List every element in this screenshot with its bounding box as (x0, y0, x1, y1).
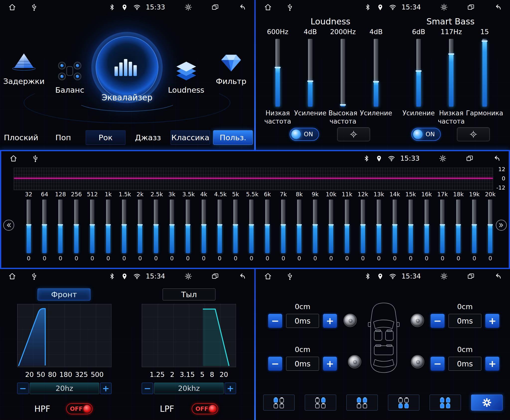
slider-track[interactable] (341, 39, 345, 107)
eq-preset[interactable]: Рок (86, 130, 125, 145)
eq-preset[interactable]: Поп (44, 130, 83, 145)
band-slider[interactable] (42, 200, 47, 253)
band-slider[interactable] (186, 200, 190, 253)
band-slider[interactable] (154, 200, 158, 253)
back-icon[interactable] (494, 3, 502, 11)
band-slider[interactable] (233, 200, 238, 253)
slider-track[interactable] (449, 39, 453, 107)
prev-page-button[interactable] (3, 220, 14, 231)
listening-position-rear[interactable] (388, 395, 419, 411)
band-slider[interactable] (329, 200, 333, 253)
menu-item-equalizer[interactable]: Эквалайзер (88, 32, 166, 112)
menu-item-filter[interactable]: Фильтр (209, 50, 254, 86)
lpf-decrease-button[interactable]: − (142, 383, 153, 394)
band-slider[interactable] (249, 200, 254, 253)
home-icon[interactable] (264, 273, 272, 280)
delay-increase-button[interactable]: + (323, 357, 337, 371)
brightness-icon[interactable] (440, 273, 448, 280)
band-slider[interactable] (170, 200, 174, 253)
back-icon[interactable] (238, 273, 246, 280)
recent-apps-icon[interactable] (466, 155, 473, 162)
menu-item-loudness[interactable]: Loudness (162, 59, 210, 94)
loudness-reset-button[interactable] (337, 127, 370, 141)
band-slider[interactable] (488, 200, 492, 253)
band-slider[interactable] (281, 200, 285, 253)
menu-item-balance[interactable]: Баланс (46, 59, 93, 94)
slider-track[interactable] (275, 39, 280, 107)
recent-apps-icon[interactable] (467, 3, 475, 11)
band-slider[interactable] (361, 200, 365, 253)
band-slider[interactable] (440, 200, 445, 253)
slider-track[interactable] (416, 39, 421, 107)
listening-position-all[interactable] (430, 395, 461, 411)
listening-position-front[interactable] (346, 395, 378, 411)
band-slider[interactable] (58, 200, 63, 253)
home-icon[interactable] (8, 3, 16, 11)
band-slider[interactable] (138, 200, 142, 253)
band-slider[interactable] (218, 200, 222, 253)
band-slider[interactable] (393, 200, 397, 253)
smartbass-reset-button[interactable] (457, 127, 490, 141)
smartbass-toggle[interactable]: ON (411, 128, 441, 141)
brightness-icon[interactable] (185, 273, 192, 280)
band-gain: 0 (214, 255, 225, 262)
band-slider[interactable] (409, 200, 413, 253)
recent-apps-icon[interactable] (467, 273, 475, 280)
delay-settings-button[interactable] (471, 395, 503, 411)
recent-apps-icon[interactable] (211, 3, 219, 11)
band-slider[interactable] (106, 200, 110, 253)
band-slider[interactable] (297, 200, 301, 253)
slider-track[interactable] (308, 39, 313, 107)
channel-tab-rear[interactable]: Тыл (163, 288, 215, 300)
hpf-toggle[interactable]: OFF (66, 403, 93, 414)
delay-increase-button[interactable]: + (485, 357, 499, 371)
listening-position-driver[interactable] (263, 395, 295, 411)
slider-track[interactable] (374, 39, 378, 107)
delay-increase-button[interactable]: + (485, 314, 499, 328)
hpf-frequency-bar[interactable]: 20hz (30, 383, 99, 394)
eq-preset[interactable]: Классика (171, 130, 210, 145)
band-slider[interactable] (377, 200, 381, 253)
listening-position-passenger[interactable] (305, 395, 336, 411)
back-icon[interactable] (238, 3, 246, 11)
delay-increase-button[interactable]: + (323, 314, 337, 328)
band-slider[interactable] (345, 200, 349, 253)
home-icon[interactable] (10, 155, 17, 162)
lpf-frequency-bar[interactable]: 20khz (154, 383, 224, 394)
next-page-button[interactable] (496, 220, 507, 231)
hpf-decrease-button[interactable]: − (17, 383, 29, 394)
band-slider[interactable] (90, 200, 94, 253)
eq-preset[interactable]: Джазз (128, 130, 168, 145)
recent-apps-icon[interactable] (211, 273, 219, 280)
menu-item-delays[interactable]: Задержки (1, 50, 46, 86)
band-slider[interactable] (27, 200, 31, 253)
eq-preset[interactable]: Плоский (1, 130, 41, 145)
band-slider[interactable] (202, 200, 206, 253)
home-icon[interactable] (8, 273, 16, 280)
delay-decrease-button[interactable]: − (268, 314, 282, 328)
band-slider[interactable] (313, 200, 317, 253)
delay-decrease-button[interactable]: − (431, 357, 445, 371)
delay-decrease-button[interactable]: − (431, 314, 445, 328)
back-icon[interactable] (494, 273, 502, 280)
eq-preset[interactable]: Польз. (213, 130, 253, 145)
band-slider[interactable] (265, 200, 269, 253)
back-icon[interactable] (493, 155, 500, 162)
home-icon[interactable] (264, 3, 272, 11)
channel-tab-front[interactable]: Фронт (38, 288, 90, 300)
brightness-icon[interactable] (185, 3, 192, 11)
band-slider[interactable] (74, 200, 78, 253)
band-slider[interactable] (425, 200, 429, 253)
brightness-icon[interactable] (439, 155, 446, 162)
slider-track[interactable] (482, 39, 487, 107)
hpf-increase-button[interactable]: + (100, 383, 112, 394)
band-slider[interactable] (122, 200, 126, 253)
loudness-toggle[interactable]: ON (290, 128, 319, 141)
band-fill (425, 225, 429, 253)
band-slider[interactable] (472, 200, 476, 253)
lpf-toggle[interactable]: OFF (192, 403, 218, 414)
brightness-icon[interactable] (440, 3, 448, 11)
lpf-increase-button[interactable]: + (225, 383, 236, 394)
band-slider[interactable] (456, 200, 460, 253)
delay-decrease-button[interactable]: − (268, 357, 282, 371)
